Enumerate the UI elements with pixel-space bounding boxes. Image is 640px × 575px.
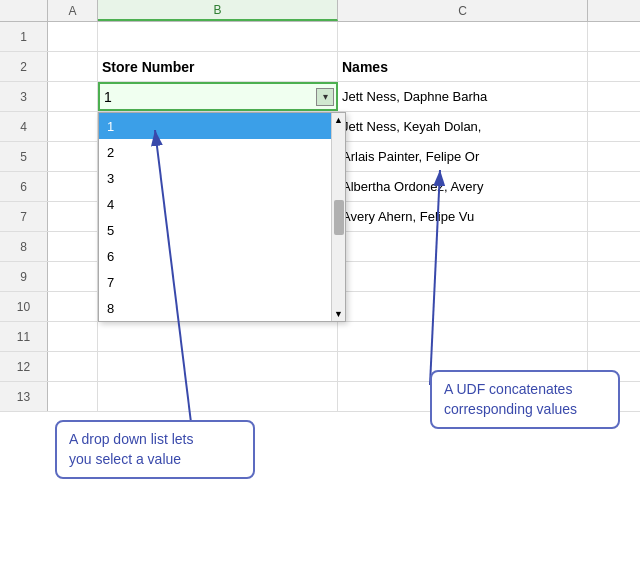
corner-cell — [0, 0, 48, 21]
dropdown-trigger[interactable]: ▾ — [316, 88, 334, 106]
scroll-down-icon[interactable]: ▼ — [334, 309, 343, 319]
row-number: 10 — [0, 292, 48, 321]
right-callout-text: A UDF concatenates — [444, 381, 572, 397]
cell-2a[interactable] — [48, 52, 98, 81]
dropdown-items: 1 2 3 4 5 6 7 8 — [99, 113, 331, 321]
dropdown-item[interactable]: 2 — [99, 139, 331, 165]
row-number: 13 — [0, 382, 48, 411]
cell-4a[interactable] — [48, 112, 98, 141]
cell-names-row7[interactable]: Avery Ahern, Felipe Vu — [338, 202, 588, 231]
spreadsheet: A B C 1 2 Store Number Names 3 1 ▾ Jet — [0, 0, 640, 575]
table-row: 1 — [0, 22, 640, 52]
cell-names-header[interactable]: Names — [338, 52, 588, 81]
col-header-a[interactable]: A — [48, 0, 98, 21]
cell-6a[interactable] — [48, 172, 98, 201]
left-callout-text2: you select a value — [69, 451, 181, 467]
scroll-thumb[interactable] — [334, 200, 344, 235]
col-headers: A B C — [0, 0, 640, 22]
row-number: 2 — [0, 52, 48, 81]
row-number: 1 — [0, 22, 48, 51]
col-header-c[interactable]: C — [338, 0, 588, 21]
row-number: 8 — [0, 232, 48, 261]
table-row: 3 1 ▾ Jett Ness, Daphne Barha — [0, 82, 640, 112]
dropdown-item[interactable]: 3 — [99, 165, 331, 191]
dropdown-item[interactable]: 5 — [99, 217, 331, 243]
cell-names-row4[interactable]: Jett Ness, Keyah Dolan, — [338, 112, 588, 141]
cell-7a[interactable] — [48, 202, 98, 231]
cell-value: 1 — [104, 89, 112, 105]
cell-1c[interactable] — [338, 22, 588, 51]
row-number: 6 — [0, 172, 48, 201]
row-number: 5 — [0, 142, 48, 171]
dropdown-item[interactable]: 4 — [99, 191, 331, 217]
right-callout: A UDF concatenates corresponding values — [430, 370, 620, 429]
cell-5a[interactable] — [48, 142, 98, 171]
table-row: 11 — [0, 322, 640, 352]
cell-8c[interactable] — [338, 232, 588, 261]
cell-names-row5[interactable]: Arlais Painter, Felipe Or — [338, 142, 588, 171]
row-number: 9 — [0, 262, 48, 291]
cell-names-row3[interactable]: Jett Ness, Daphne Barha — [338, 82, 588, 111]
col-header-b[interactable]: B — [98, 0, 338, 21]
left-callout-text: A drop down list lets — [69, 431, 194, 447]
row-number: 4 — [0, 112, 48, 141]
dropdown-item[interactable]: 7 — [99, 269, 331, 295]
right-callout-text2: corresponding values — [444, 401, 577, 417]
cell-3a[interactable] — [48, 82, 98, 111]
cell-1a[interactable] — [48, 22, 98, 51]
cell-8a[interactable] — [48, 232, 98, 261]
scroll-up-icon[interactable]: ▲ — [334, 115, 343, 125]
row-number: 3 — [0, 82, 48, 111]
row-number: 12 — [0, 352, 48, 381]
cell-store-number-header[interactable]: Store Number — [98, 52, 338, 81]
dropdown-item[interactable]: 1 — [99, 113, 331, 139]
dropdown-item[interactable]: 6 — [99, 243, 331, 269]
row-number: 7 — [0, 202, 48, 231]
table-row: 2 Store Number Names — [0, 52, 640, 82]
cell-store-number-value[interactable]: 1 ▾ — [98, 82, 338, 111]
cell-1b[interactable] — [98, 22, 338, 51]
row-number: 11 — [0, 322, 48, 351]
left-callout: A drop down list lets you select a value — [55, 420, 255, 479]
dropdown-list[interactable]: 1 2 3 4 5 6 7 8 ▲ ▼ — [98, 112, 346, 322]
cell-names-row6[interactable]: Albertha Ordonez, Avery — [338, 172, 588, 201]
dropdown-item[interactable]: 8 — [99, 295, 331, 321]
